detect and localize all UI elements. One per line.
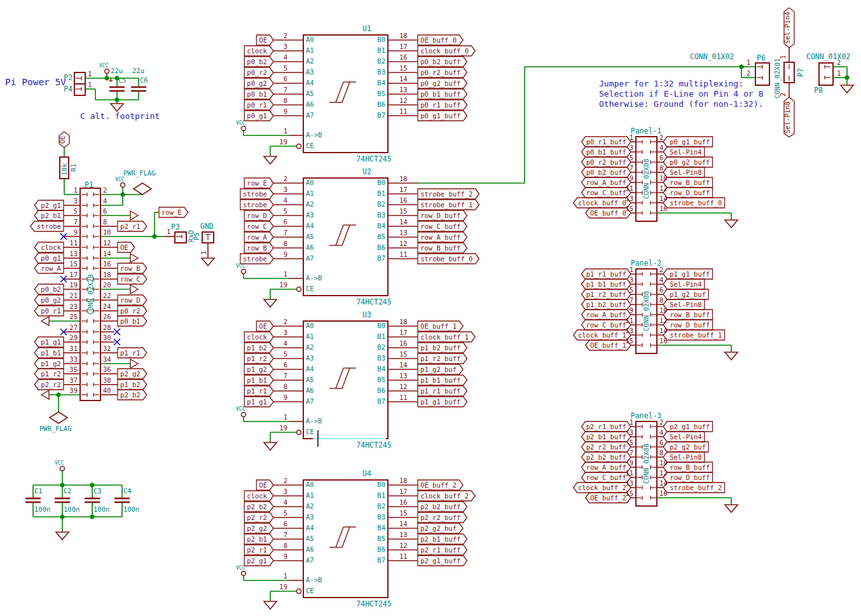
connector-value[interactable]: CONN_02X01 [773, 58, 782, 99]
global-label-p1_b1[interactable]: p1_b1 [244, 375, 270, 385]
global-label-row_B_buff[interactable]: row_B_buff [418, 243, 464, 253]
global-label-p1_b2[interactable]: p1_b2 [244, 343, 270, 353]
cap-ref[interactable]: C6 [140, 76, 148, 85]
global-label-row_D_buff[interactable]: row_D_buff [667, 320, 713, 330]
global-label-p1_b2_buff[interactable]: p1_b2_buff [418, 343, 464, 353]
global-label-p2_b1[interactable]: p2_b1 [244, 534, 270, 544]
connector-value[interactable]: CONN_01X02 [690, 52, 734, 61]
global-label-OE_buff_2[interactable]: OE_buff_2 [589, 493, 627, 503]
note-jumper-line[interactable]: Jumper for 1:32 multiplexing: [599, 79, 743, 89]
global-label-p2_r1[interactable]: p2_r1 [118, 221, 143, 231]
resistor-value[interactable]: 10k [60, 163, 69, 175]
cap-ref[interactable]: C2 [64, 486, 72, 495]
global-label-row_C_buff[interactable]: row_C_buff [418, 221, 464, 231]
global-label-Sel-Pin4[interactable]: Sel-Pin4 [667, 147, 705, 157]
note-pi-power[interactable]: Pi Power 5V [5, 77, 66, 88]
global-label-p1_r1_buff[interactable]: p1_r1_buff [418, 386, 464, 396]
connector-ref[interactable]: P6 [757, 53, 766, 62]
global-label-p0_b1_buff[interactable]: p0_b1_buff [586, 147, 628, 157]
global-label-p0_r2_buff[interactable]: p0_r2_buff [418, 67, 464, 78]
cap-value[interactable]: 100n [64, 505, 79, 514]
cap-value[interactable]: 22u [111, 66, 123, 75]
global-label-p1_b2[interactable]: p1_b2 [118, 380, 143, 390]
global-label-p1_b2_buff[interactable]: p1_b2_buff [586, 299, 628, 310]
global-label-OE[interactable]: OE [256, 321, 270, 331]
global-label-OE[interactable]: OE [256, 35, 270, 45]
global-label-p0_g2[interactable]: p0_g2 [38, 295, 64, 305]
global-label-p0_r2[interactable]: p0_r2 [244, 67, 270, 78]
global-label-p1_r1[interactable]: p1_r1 [244, 386, 270, 396]
global-label-row_C[interactable]: row_C [118, 274, 143, 284]
global-label-text[interactable]: Sel-Pin4 [783, 11, 794, 44]
global-label-row_D_buff[interactable]: row_D_buff [667, 188, 713, 198]
global-label-p1_r1[interactable]: p1_r1 [118, 348, 143, 358]
connector-p4[interactable] [74, 84, 85, 95]
ic-value[interactable]: 74HCT245 [356, 599, 391, 608]
global-label-strobe_buff_0[interactable]: strobe_buff_0 [667, 198, 725, 208]
global-label-OE_buff_0[interactable]: OE_buff_0 [418, 35, 459, 45]
global-label-Sel-Pin4[interactable]: Sel-Pin4 [667, 279, 705, 289]
global-label-p0_r1[interactable]: p0_r1 [244, 100, 270, 110]
connector-value[interactable]: CONN_02X08 [642, 444, 651, 484]
global-label-strobe[interactable]: strobe [34, 221, 64, 231]
global-label-row_C_buff[interactable]: row_C_buff [586, 472, 628, 483]
global-label-p0_r1_buff[interactable]: p0_r1_buff [586, 137, 628, 147]
global-label-Sel-Pin8[interactable]: Sel-Pin8 [667, 299, 705, 310]
global-label-p0_b2_buff[interactable]: p0_b2_buff [586, 167, 628, 177]
global-label-p1_g1[interactable]: p1_g1 [244, 397, 270, 407]
cap-value[interactable]: 100n [93, 505, 109, 514]
global-label-p0_g1_buff[interactable]: p0_g1_buff [667, 137, 713, 147]
global-label-clock[interactable]: clock [244, 46, 270, 56]
global-label-p0_b2[interactable]: p0_b2 [38, 284, 64, 294]
global-label-strobe[interactable]: strobe [240, 200, 270, 210]
global-label-p1_g1[interactable]: p1_g1 [38, 337, 64, 347]
global-label-p2_g1[interactable]: p2_g1 [244, 556, 270, 566]
global-label-p0_r2_buff[interactable]: p0_r2_buff [586, 157, 628, 167]
global-label-p0_b1[interactable]: p0_b1 [118, 316, 143, 326]
cap-value[interactable]: 100n [123, 505, 139, 514]
global-label-row_B_buff[interactable]: row_B_buff [667, 310, 713, 320]
cap-value[interactable]: 22u [132, 66, 144, 75]
cap-value[interactable]: 100n [34, 505, 50, 514]
global-label-OE[interactable]: OE [118, 242, 131, 252]
global-label-OE_buff_0[interactable]: OE_buff_0 [589, 208, 627, 218]
global-label-row_C_buff[interactable]: row_C_buff [586, 320, 628, 330]
connector-value[interactable]: CONN_01X02 [806, 52, 850, 61]
global-label-strobe[interactable]: strobe [240, 189, 270, 199]
global-label-p2_b1_buff[interactable]: p2_b1_buff [418, 534, 464, 544]
ic-ref[interactable]: U2 [362, 167, 371, 176]
connector-ref[interactable]: Panel-2 [631, 259, 661, 268]
global-label-p2_r1_buff[interactable]: p2_r1_buff [418, 545, 464, 555]
global-label-clock[interactable]: clock [244, 491, 270, 501]
cap-ref[interactable]: C5 [118, 76, 127, 85]
global-label-Sel-Pin4[interactable]: Sel-Pin4 [667, 432, 705, 442]
global-label-p2_r1_buff[interactable]: p2_r1_buff [586, 421, 628, 432]
global-label-strobe[interactable]: strobe [240, 254, 270, 264]
global-label-p0_g2_buff[interactable]: p0_g2_buff [667, 157, 713, 167]
global-label-p0_g1[interactable]: p0_g1 [38, 253, 64, 263]
global-label-clock_buff_2[interactable]: clock_buff_2 [577, 483, 627, 493]
global-label-clock[interactable]: clock [244, 332, 270, 342]
global-label-row_A_buff[interactable]: row_A_buff [418, 232, 464, 242]
global-label-p1_b1_buff[interactable]: p1_b1_buff [418, 375, 464, 385]
ic-value[interactable]: 74HCT245 [356, 441, 391, 449]
connector-ref[interactable]: Panel-3 [631, 411, 661, 420]
connector-ref[interactable]: P8 [814, 86, 823, 95]
global-label-row_B_buff[interactable]: row_B_buff [667, 462, 713, 472]
global-label-p0_r2[interactable]: p0_r2 [118, 306, 143, 316]
global-label-row_A_buff[interactable]: row_A_buff [586, 177, 628, 188]
global-label-p1_g1_buff[interactable]: p1_g1_buff [667, 269, 713, 279]
global-label-row_A_buff[interactable]: row_A_buff [586, 310, 628, 320]
global-label-row_B[interactable]: row_B [118, 263, 143, 273]
global-label-p2_b1[interactable]: p2_b1 [38, 210, 64, 221]
global-label-p0_g1[interactable]: p0_g1 [244, 111, 270, 121]
connector-ref[interactable]: P4 [64, 85, 72, 93]
resistor-ref[interactable]: R1 [69, 163, 78, 172]
global-label-p0_r1[interactable]: p0_r1 [38, 306, 64, 316]
global-label-p1_r2_buff[interactable]: p1_r2_buff [418, 353, 464, 364]
global-label-p2_g1_buff[interactable]: p2_g1_buff [667, 421, 713, 432]
global-label-row_D[interactable]: row_D [244, 210, 270, 221]
global-label-row_B_buff[interactable]: row_B_buff [667, 177, 713, 188]
pwr-flag-label[interactable]: PWR_FLAG [39, 424, 72, 433]
global-label-p2_b1_buff[interactable]: p2_b1_buff [586, 432, 628, 442]
